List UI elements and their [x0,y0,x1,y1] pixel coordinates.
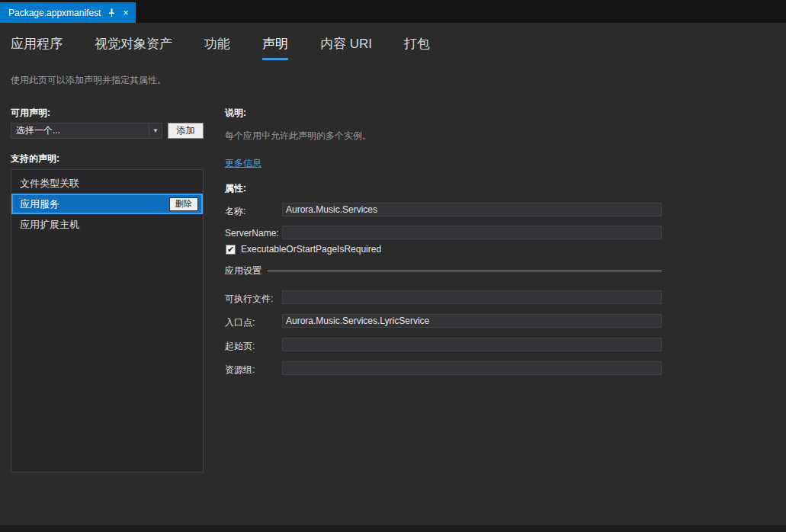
tab-visual-assets[interactable]: 视觉对象资产 [95,35,172,58]
list-item-label: 应用服务 [20,197,59,211]
description-text: 每个应用中允许此声明的多个实例。 [225,130,371,143]
declaration-dropdown-value: 选择一个... [11,124,149,137]
available-declarations-label: 可用声明: [11,107,50,120]
chevron-down-icon[interactable]: ▼ [149,123,162,138]
declaration-dropdown[interactable]: 选择一个... ▼ [11,123,162,139]
servername-input[interactable] [282,226,662,239]
tab-capabilities[interactable]: 功能 [204,35,230,58]
group-divider [268,271,662,271]
list-item-label: 文件类型关联 [20,177,79,191]
executable-required-checkbox[interactable]: ✔ [226,245,236,255]
executable-required-label: ExecutableOrStartPageIsRequired [241,244,381,255]
page-description: 使用此页可以添加声明并指定其属性。 [11,74,166,87]
list-item-app-service[interactable]: 应用服务 删除 [11,194,203,214]
list-item-app-extension-host[interactable]: 应用扩展主机 [11,214,203,235]
remove-button[interactable]: 删除 [169,197,198,211]
name-label: 名称: [225,205,245,218]
app-settings-group: 应用设置 [225,264,662,277]
document-tab-strip: Package.appxmanifest × [0,0,786,23]
entrypoint-label: 入口点: [225,316,255,329]
entrypoint-input[interactable] [282,314,662,328]
tab-packaging[interactable]: 打包 [404,35,430,58]
supported-declarations-list: 文件类型关联 应用服务 删除 应用扩展主机 [11,169,204,473]
resourcegroup-label: 资源组: [225,364,255,377]
servername-label: ServerName: [225,228,279,239]
tab-application[interactable]: 应用程序 [11,35,63,58]
startpage-label: 起始页: [225,340,255,353]
list-item-label: 应用扩展主机 [20,218,79,232]
executable-required-row: ✔ ExecutableOrStartPageIsRequired [226,244,381,255]
supported-declarations-label: 支持的声明: [11,152,59,165]
bottom-strip [0,525,786,532]
app-settings-label: 应用设置 [225,264,261,277]
manifest-nav-tabs: 应用程序 视觉对象资产 功能 声明 内容 URI 打包 [11,35,786,64]
executable-label: 可执行文件: [225,293,273,306]
startpage-input[interactable] [282,338,662,351]
executable-input[interactable] [282,290,662,304]
properties-label: 属性: [225,182,246,195]
tab-declarations[interactable]: 声明 [262,35,288,60]
resourcegroup-input[interactable] [282,361,662,375]
document-tab-title: Package.appxmanifest [8,8,101,18]
close-icon[interactable]: × [123,8,128,18]
document-tab[interactable]: Package.appxmanifest × [0,2,136,23]
description-label: 说明: [225,107,246,120]
list-item-file-type-associations[interactable]: 文件类型关联 [11,173,203,194]
add-button[interactable]: 添加 [168,123,204,139]
tab-content-uris[interactable]: 内容 URI [320,35,372,58]
name-input[interactable] [282,203,662,216]
check-icon: ✔ [227,245,234,254]
more-info-link[interactable]: 更多信息 [225,157,261,170]
pin-icon[interactable] [107,8,116,17]
